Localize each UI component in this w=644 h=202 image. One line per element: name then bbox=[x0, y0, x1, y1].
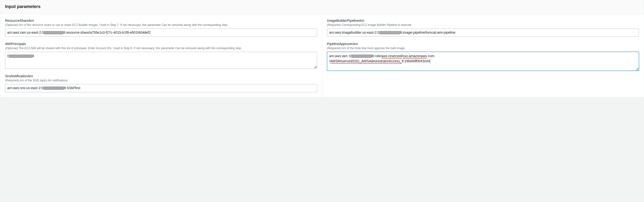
redacted-block bbox=[380, 31, 400, 34]
field-ami-principals: AMIPrincipals (Optional) The EC2 AMI wil… bbox=[5, 42, 317, 69]
left-column: ResourceShareArn (Optional) Arn of the r… bbox=[0, 14, 322, 97]
panel-header: Input parameters bbox=[0, 0, 644, 14]
description-resource-share-arn: (Optional) Arn of the resource share to … bbox=[5, 23, 317, 27]
text-cursor bbox=[430, 59, 430, 63]
label-resource-share-arn: ResourceShareArn bbox=[5, 19, 317, 22]
field-image-builder-pipeline-arn: ImageBuilderPipelineArn (Required) Corre… bbox=[327, 19, 639, 36]
label-image-builder-pipeline-arn: ImageBuilderPipelineArn bbox=[327, 19, 639, 22]
input-sns-notification-arn[interactable]: arn:aws:sns:us-east-2:08:SSMTest bbox=[5, 84, 317, 92]
input-resource-share-arn[interactable]: arn:aws:ram:us-east-2:08:resource-share/… bbox=[5, 28, 317, 37]
redacted-block bbox=[44, 31, 63, 34]
label-sns-notification-arn: SnsNotificationArn bbox=[5, 74, 317, 78]
right-column: ImageBuilderPipelineArn (Required) Corre… bbox=[322, 14, 644, 97]
label-ami-principals: AMIPrincipals bbox=[5, 42, 317, 46]
description-pipeline-approver-arn: (Required) Arn of the Role that must app… bbox=[327, 46, 639, 50]
description-ami-principals: (Optional) The EC2 AMI will be shared wi… bbox=[5, 46, 317, 50]
panel-body: ResourceShareArn (Optional) Arn of the r… bbox=[0, 14, 644, 97]
redacted-block bbox=[9, 54, 32, 58]
redacted-block bbox=[351, 54, 372, 58]
textarea-ami-principals[interactable]: 08 bbox=[5, 52, 317, 69]
panel-title: Input parameters bbox=[5, 4, 639, 9]
description-sns-notification-arn: (Required) Arn of the SNS topics for not… bbox=[5, 78, 317, 83]
textarea-pipeline-approver-arn[interactable]: arn:aws:iam::08:role/aws-reserved/sso.am… bbox=[327, 52, 639, 71]
field-resource-share-arn: ResourceShareArn (Optional) Arn of the r… bbox=[5, 19, 317, 36]
field-sns-notification-arn: SnsNotificationArn (Required) Arn of the… bbox=[5, 74, 317, 92]
input-parameters-panel: Input parameters ResourceShareArn (Optio… bbox=[0, 0, 644, 97]
field-pipeline-approver-arn: PipelineApproverArn (Required) Arn of th… bbox=[327, 42, 639, 71]
input-image-builder-pipeline-arn[interactable]: arn:aws:imagebuilder:us-east-2:08:image-… bbox=[327, 28, 639, 37]
description-image-builder-pipeline-arn: (Required) Corresponding EC2 Image Build… bbox=[327, 23, 639, 27]
redacted-block bbox=[44, 86, 64, 90]
label-pipeline-approver-arn: PipelineApproverArn bbox=[327, 42, 639, 46]
